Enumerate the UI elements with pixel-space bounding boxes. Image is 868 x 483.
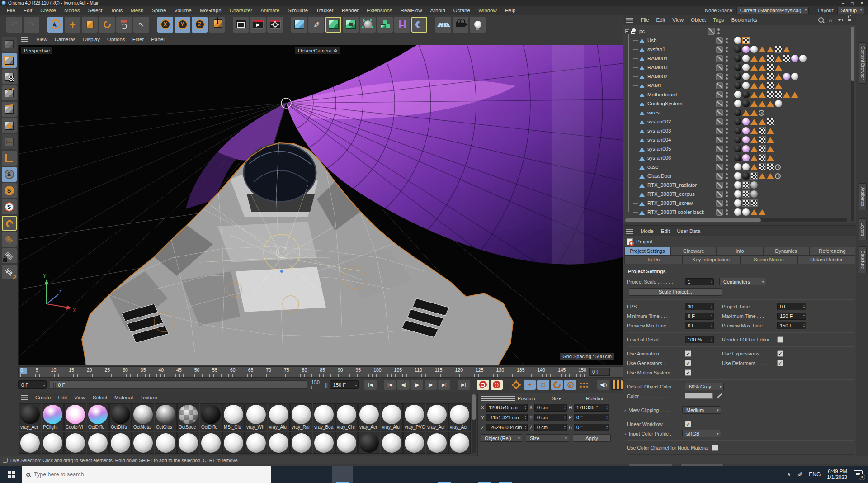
mat-white-tag[interactable]	[742, 82, 750, 89]
material-name[interactable]: vray_Wh	[246, 424, 266, 430]
menu-item[interactable]: Volume	[170, 6, 195, 15]
phong-tag[interactable]	[767, 155, 774, 161]
object-manager-hscrollbar[interactable]	[625, 218, 847, 222]
attribute-tab[interactable]: Dynamics	[763, 247, 809, 256]
scale-tool[interactable]	[82, 17, 98, 33]
uvw-tag[interactable]	[742, 181, 750, 189]
mat-white-tag[interactable]	[775, 100, 782, 107]
object-name[interactable]: Usb	[647, 38, 716, 43]
visibility-dots-icon[interactable]	[726, 92, 728, 98]
project-scale-field[interactable]: 1	[685, 278, 714, 285]
position-x-field[interactable]: 1206.545 cm	[486, 404, 528, 412]
phong-tag[interactable]	[750, 110, 758, 116]
eyedropper-icon[interactable]	[717, 393, 722, 399]
visibility-dots-icon[interactable]	[726, 182, 728, 188]
material-name[interactable]: vray_Acr	[449, 424, 470, 430]
material-name[interactable]: vray_Boa	[314, 424, 334, 430]
frame-tick[interactable]: 20	[87, 367, 92, 373]
transport-gap[interactable]	[378, 380, 382, 390]
mat-black-tag[interactable]	[734, 55, 741, 62]
menu-item[interactable]: Tools	[106, 6, 127, 15]
material-name[interactable]: CoolerVi	[65, 424, 85, 430]
view-clipping-dropdown[interactable]: Medium	[682, 406, 721, 414]
mat-pink-tag[interactable]	[742, 127, 750, 134]
uvw-tag[interactable]	[759, 127, 766, 134]
previous-key-button[interactable]: |◀	[384, 380, 396, 390]
workplane-button[interactable]	[2, 232, 17, 247]
mat-black-tag[interactable]	[742, 172, 750, 180]
frame-tick[interactable]: 115	[435, 367, 443, 373]
cloner-menu[interactable]	[377, 17, 393, 33]
frame-tick[interactable]: 85	[320, 367, 325, 373]
move-tool[interactable]	[65, 17, 80, 33]
phong-tag[interactable]	[775, 65, 782, 71]
key-rotation-toggle[interactable]	[551, 380, 563, 390]
new-panel-icon[interactable]	[846, 228, 853, 234]
play-button[interactable]: ▶	[411, 380, 423, 390]
simulation-play-button[interactable]: S	[2, 199, 17, 214]
maximize-button[interactable]	[851, 0, 854, 6]
object-row[interactable]: RTX_3080Ti_radiator	[623, 180, 849, 189]
undo-button[interactable]	[6, 17, 22, 33]
visibility-dots-icon[interactable]	[726, 155, 728, 161]
phong-tag[interactable]	[750, 56, 758, 62]
language-indicator[interactable]: ENG	[809, 471, 821, 478]
phong-tag[interactable]	[767, 101, 774, 107]
menu-item[interactable]: Help	[501, 6, 520, 15]
frame-tick[interactable]: 90	[338, 367, 343, 373]
frame-tick[interactable]: 25	[105, 367, 110, 373]
phong-tag[interactable]	[759, 209, 766, 215]
layer-toggle-icon[interactable]	[716, 200, 723, 207]
frame-tick[interactable]: 30	[123, 367, 128, 373]
layer-toggle-icon[interactable]	[716, 73, 723, 80]
start-button[interactable]	[0, 466, 22, 483]
phong-tag[interactable]	[759, 173, 766, 179]
frame-tick[interactable]: 125	[476, 367, 484, 373]
use-expressions-checkbox[interactable]	[777, 350, 783, 357]
size-x-field[interactable]: 0 cm	[534, 404, 567, 412]
phong-tag[interactable]	[742, 110, 750, 116]
default-object-color-dropdown[interactable]: 60% Gray	[685, 383, 724, 390]
material-item[interactable]: OctDiffu	[109, 403, 132, 431]
visibility-dots-icon[interactable]	[726, 119, 728, 125]
color-swatch[interactable]	[685, 393, 713, 399]
mat-pink-tag[interactable]	[742, 118, 750, 125]
material-item[interactable]	[132, 432, 154, 454]
rotation-p-field[interactable]: 0 °	[574, 414, 609, 421]
use-motion-system-checkbox[interactable]	[685, 369, 691, 376]
uvw-tag[interactable]	[767, 163, 774, 170]
phong-tag[interactable]	[767, 173, 774, 179]
material-item[interactable]: vray_Acr	[358, 403, 380, 431]
material-name[interactable]: OctGlos	[156, 424, 176, 430]
visibility-dots-icon[interactable]	[726, 47, 728, 52]
material-item[interactable]: MSI_Clu	[222, 403, 245, 431]
object-name[interactable]: sysfan1	[647, 47, 716, 52]
enable-axis-button[interactable]	[2, 151, 17, 166]
mat-white-tag[interactable]	[734, 190, 741, 198]
phong-tag[interactable]	[767, 137, 774, 143]
object-row[interactable]: Usb	[623, 36, 849, 45]
expander-icon[interactable]	[625, 29, 629, 33]
mat-black-tag[interactable]	[734, 154, 741, 161]
object-manager-menu-item[interactable]: Bookmarks	[728, 15, 761, 24]
object-name[interactable]: sysfan004	[647, 137, 716, 142]
viewport-menu-item[interactable]: Display	[79, 35, 104, 44]
object-name[interactable]: sysfan003	[647, 128, 716, 133]
phong-tag[interactable]	[750, 146, 758, 152]
panel-menu-icon[interactable]	[21, 395, 28, 400]
material-item[interactable]	[290, 432, 312, 454]
minimize-button[interactable]	[842, 0, 844, 6]
keyframe-settings-button[interactable]	[510, 380, 522, 390]
phong-tag[interactable]	[759, 56, 766, 62]
uvw-tag[interactable]	[759, 145, 766, 152]
visibility-dots-icon[interactable]	[726, 137, 728, 143]
frame-tick[interactable]: 55	[212, 367, 217, 373]
uvw-tag[interactable]	[783, 55, 790, 62]
uvw-tag[interactable]	[759, 154, 766, 161]
target-tag[interactable]	[775, 164, 781, 170]
visibility-dots-icon[interactable]	[726, 191, 728, 197]
material-item[interactable]	[64, 432, 86, 454]
project-time-field[interactable]: 0 F	[777, 303, 806, 310]
menu-item[interactable]: Spline	[147, 6, 170, 15]
phong-tag[interactable]	[750, 119, 758, 125]
